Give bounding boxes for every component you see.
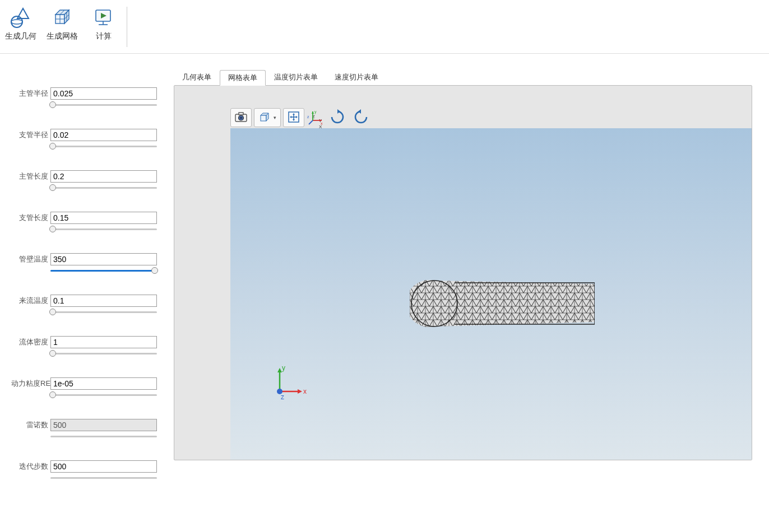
param-row: 支管长度 (11, 212, 157, 233)
svg-marker-25 (290, 116, 291, 118)
svg-text:y: y (282, 365, 285, 372)
param-slider-track (50, 433, 157, 440)
param-slider[interactable] (50, 102, 157, 109)
svg-point-1 (11, 16, 22, 27)
axis-triad: x y z (270, 365, 309, 404)
svg-marker-41 (298, 389, 302, 394)
chevron-down-icon: ▾ (274, 115, 276, 120)
graphics-toolbar: ▾ (230, 108, 372, 127)
svg-rect-16 (239, 113, 243, 115)
rotate-ccw-icon (353, 109, 369, 127)
expand-arrows-icon (287, 110, 300, 125)
svg-marker-24 (293, 119, 295, 121)
svg-point-18 (240, 116, 242, 119)
toolbar-separator (127, 7, 127, 47)
param-row: 支管半径 (11, 129, 157, 150)
param-label: 支管半径 (11, 130, 48, 140)
svg-marker-30 (312, 111, 314, 114)
param-slider[interactable] (50, 226, 157, 233)
form-tab[interactable]: 速度切片表单 (326, 69, 387, 85)
camera-icon (234, 111, 248, 124)
param-row: 管壁温度 (11, 253, 157, 274)
form-tabs: 几何表单网格表单温度切片表单速度切片表单 (174, 71, 752, 85)
svg-line-31 (309, 120, 313, 124)
generate-geometry-label: 生成几何 (5, 31, 36, 41)
param-input[interactable] (50, 212, 157, 224)
param-row: 流体密度 (11, 336, 157, 357)
view-cube-button[interactable]: ▾ (254, 108, 281, 127)
param-label: 主管半径 (11, 88, 48, 99)
rotate-cw-icon (329, 109, 346, 127)
svg-text:z: z (281, 393, 284, 401)
param-row: 主管半径 (11, 87, 157, 109)
param-label: 迭代步数 (11, 461, 48, 472)
svg-marker-26 (296, 116, 298, 118)
param-input[interactable] (50, 87, 157, 100)
param-label: 动力粘度RE (11, 379, 48, 389)
svg-text:x: x (303, 388, 307, 395)
param-slider[interactable] (50, 392, 157, 399)
param-input[interactable] (50, 377, 157, 390)
param-row: 迭代步数 (11, 460, 157, 482)
param-input[interactable] (50, 295, 157, 307)
axis-indicator: x y z (307, 108, 325, 127)
compute-button[interactable]: 计算 (83, 3, 124, 44)
svg-rect-20 (261, 115, 266, 121)
svg-marker-35 (337, 109, 340, 114)
rotate-ccw-button[interactable] (350, 108, 372, 127)
geometry-icon (8, 6, 33, 30)
cube-icon (258, 111, 271, 125)
param-row: 主管长度 (11, 170, 157, 192)
screenshot-button[interactable] (230, 108, 252, 127)
param-label: 主管长度 (11, 171, 48, 181)
svg-marker-36 (358, 109, 361, 114)
param-input[interactable] (50, 170, 157, 183)
param-label: 流体密度 (11, 337, 48, 347)
param-input (50, 419, 157, 431)
compute-icon (91, 6, 116, 30)
svg-marker-23 (293, 113, 295, 115)
compute-label: 计算 (96, 31, 112, 41)
param-row: 动力粘度RE (11, 377, 157, 399)
param-input[interactable] (50, 129, 157, 141)
param-slider[interactable] (50, 185, 157, 192)
svg-text:z: z (307, 115, 309, 119)
graphics-viewport[interactable]: ▾ (174, 85, 752, 460)
rotate-cw-button[interactable] (327, 108, 348, 127)
mesh-render (410, 279, 595, 328)
svg-point-2 (11, 20, 22, 24)
parameters-panel: 主管半径支管半径主管长度支管长度管壁温度来流温度流体密度动力粘度RE雷诺数迭代步… (0, 54, 168, 532)
param-row: 雷诺数 (11, 419, 157, 440)
param-input[interactable] (50, 336, 157, 348)
svg-rect-38 (410, 279, 595, 328)
generate-mesh-label: 生成网格 (47, 31, 78, 41)
mesh-cube-icon (50, 6, 75, 30)
form-tab[interactable]: 温度切片表单 (266, 69, 326, 85)
param-slider[interactable] (50, 143, 157, 150)
svg-text:y: y (314, 110, 317, 114)
param-label: 来流温度 (11, 296, 48, 306)
3d-canvas[interactable]: x y z (230, 128, 752, 460)
svg-marker-44 (277, 368, 282, 372)
param-label: 支管长度 (11, 213, 48, 223)
form-tab[interactable]: 几何表单 (174, 69, 220, 85)
param-label: 管壁温度 (11, 254, 48, 264)
ribbon-toolbar: 生成几何 生成网格 计算 (0, 0, 769, 54)
content-area: 几何表单网格表单温度切片表单速度切片表单 (168, 54, 769, 532)
param-slider-track (50, 475, 157, 482)
form-tab[interactable]: 网格表单 (220, 70, 266, 86)
zoom-extents-button[interactable] (283, 108, 304, 127)
param-slider[interactable] (50, 309, 157, 316)
param-label: 雷诺数 (11, 420, 48, 430)
param-row: 来流温度 (11, 295, 157, 316)
param-slider[interactable] (50, 351, 157, 357)
param-slider[interactable] (50, 268, 157, 274)
param-input[interactable] (50, 460, 157, 473)
param-input[interactable] (50, 253, 157, 265)
generate-mesh-button[interactable]: 生成网格 (41, 3, 83, 44)
svg-text:x: x (321, 122, 323, 125)
generate-geometry-button[interactable]: 生成几何 (0, 3, 41, 44)
